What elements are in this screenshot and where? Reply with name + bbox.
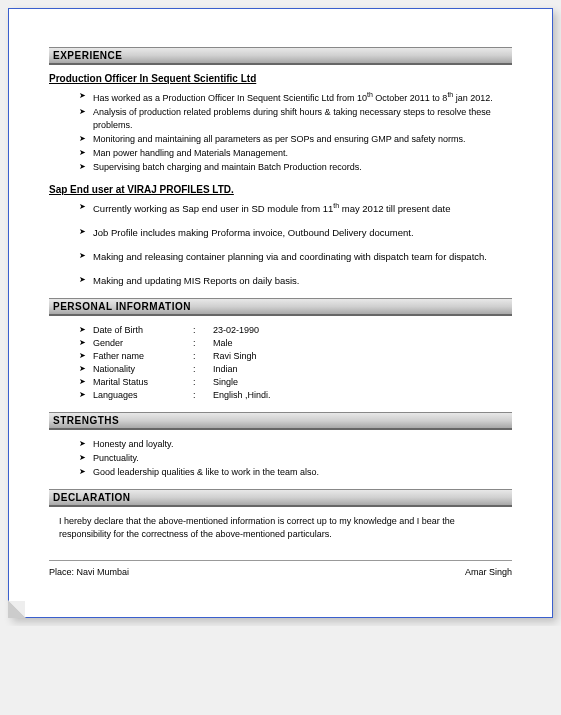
list-item: Good leadership qualities & like to work… xyxy=(79,466,512,479)
info-row-father: Father name:Ravi Singh xyxy=(79,350,512,363)
job1-bullets: Has worked as a Production Officer In Se… xyxy=(79,90,512,174)
text: may 2012 till present date xyxy=(339,203,450,214)
footer-place: Place: Navi Mumbai xyxy=(49,567,129,577)
text: Has worked as a Production Officer In Se… xyxy=(93,93,367,103)
info-row-gender: Gender:Male xyxy=(79,337,512,350)
info-row-nationality: Nationality:Indian xyxy=(79,363,512,376)
list-item: Punctuality. xyxy=(79,452,512,465)
info-value: Single xyxy=(213,376,512,389)
separator: : xyxy=(193,363,213,376)
declaration-text: I hereby declare that the above-mentione… xyxy=(59,515,502,542)
info-label: Father name xyxy=(93,350,193,363)
job2-bullets: Currently working as Sap end user in SD … xyxy=(79,201,512,287)
text: jan 2012. xyxy=(453,93,493,103)
separator: : xyxy=(193,389,213,402)
info-row-languages: Languages:English ,Hindi. xyxy=(79,389,512,402)
resume-page: EXPERIENCE Production Officer In Sequent… xyxy=(8,8,553,618)
strengths-header: STRENGTHS xyxy=(49,412,512,430)
separator: : xyxy=(193,337,213,350)
list-item: Has worked as a Production Officer In Se… xyxy=(79,90,512,105)
page-curl-icon xyxy=(9,601,25,617)
info-label: Nationality xyxy=(93,363,193,376)
info-value: English ,Hindi. xyxy=(213,389,512,402)
footer-name: Amar Singh xyxy=(465,567,512,577)
strengths-bullets: Honesty and loyalty. Punctuality. Good l… xyxy=(79,438,512,479)
separator: : xyxy=(193,324,213,337)
experience-header: EXPERIENCE xyxy=(49,47,512,65)
list-item: Making and releasing container planning … xyxy=(79,250,512,264)
list-item: Analysis of production related problems … xyxy=(79,106,512,132)
job2-title: Sap End user at VIRAJ PROFILES LTD. xyxy=(49,184,512,195)
separator: : xyxy=(193,350,213,363)
list-item: Currently working as Sap end user in SD … xyxy=(79,201,512,216)
text: Currently working as Sap end user in SD … xyxy=(93,203,333,214)
text: October 2011 to 8 xyxy=(373,93,448,103)
job1-title: Production Officer In Sequent Scientific… xyxy=(49,73,512,84)
info-value: Ravi Singh xyxy=(213,350,512,363)
separator: : xyxy=(193,376,213,389)
list-item: Monitoring and maintaining all parameter… xyxy=(79,133,512,146)
list-item: Honesty and loyalty. xyxy=(79,438,512,451)
personal-header: PERSONAL INFORMATION xyxy=(49,298,512,316)
info-value: Male xyxy=(213,337,512,350)
info-row-dob: Date of Birth:23-02-1990 xyxy=(79,324,512,337)
info-label: Date of Birth xyxy=(93,324,193,337)
list-item: Making and updating MIS Reports on daily… xyxy=(79,274,512,288)
list-item: Job Profile includes making Proforma inv… xyxy=(79,226,512,240)
list-item: Supervising batch charging and maintain … xyxy=(79,161,512,174)
personal-info-table: Date of Birth:23-02-1990 Gender:Male Fat… xyxy=(79,324,512,402)
footer: Place: Navi Mumbai Amar Singh xyxy=(49,560,512,577)
info-label: Languages xyxy=(93,389,193,402)
info-value: 23-02-1990 xyxy=(213,324,512,337)
declaration-header: DECLARATION xyxy=(49,489,512,507)
info-label: Marital Status xyxy=(93,376,193,389)
info-row-marital: Marital Status:Single xyxy=(79,376,512,389)
list-item: Man power handling and Materials Managem… xyxy=(79,147,512,160)
info-label: Gender xyxy=(93,337,193,350)
info-value: Indian xyxy=(213,363,512,376)
